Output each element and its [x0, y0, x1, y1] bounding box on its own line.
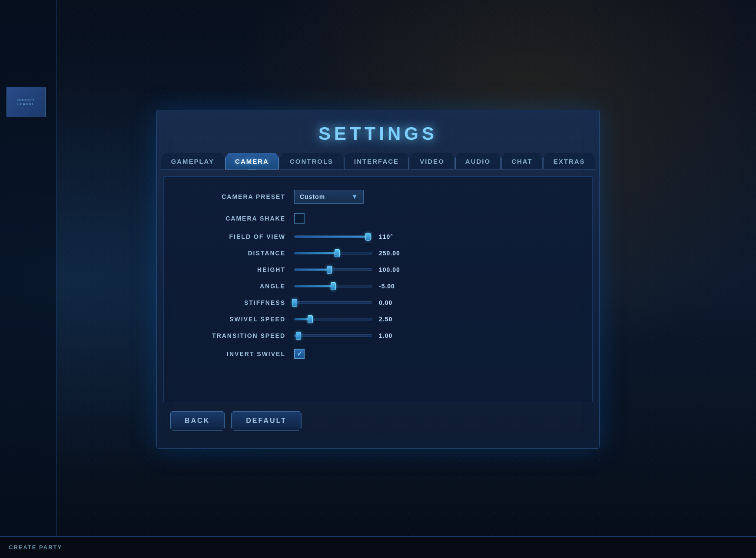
- camera-preset-label: CAMERA PRESET: [190, 193, 285, 200]
- height-row: HEIGHT 100.00: [190, 266, 566, 273]
- camera-shake-checkbox[interactable]: [294, 213, 305, 224]
- fov-slider-wrapper: 110°: [294, 233, 405, 240]
- distance-label: DISTANCE: [190, 250, 285, 257]
- distance-slider-wrapper: 250.00: [294, 250, 405, 257]
- angle-label: ANGLE: [190, 283, 285, 290]
- camera-preset-row: CAMERA PRESET Custom ▼: [190, 190, 566, 204]
- tab-camera[interactable]: CAMERA: [225, 153, 279, 170]
- angle-slider[interactable]: [294, 285, 372, 287]
- fov-value: 110°: [379, 233, 405, 240]
- height-slider[interactable]: [294, 268, 372, 271]
- height-slider-fill: [295, 269, 329, 271]
- fov-slider-thumb[interactable]: [365, 233, 371, 241]
- transition-speed-control: 1.00: [294, 332, 566, 339]
- angle-control: -5.00: [294, 283, 566, 290]
- camera-preset-value: Custom: [300, 193, 347, 200]
- angle-row: ANGLE -5.00: [190, 283, 566, 290]
- distance-slider[interactable]: [294, 252, 372, 254]
- transition-speed-row: TRANSITION SPEED 1.00: [190, 332, 566, 339]
- tab-chat[interactable]: CHAT: [501, 153, 543, 170]
- back-button[interactable]: BACK: [170, 411, 225, 431]
- transition-speed-slider-wrapper: 1.00: [294, 332, 405, 339]
- stiffness-label: STIFFNESS: [190, 299, 285, 306]
- angle-value: -5.00: [379, 283, 405, 290]
- tab-video[interactable]: VIDEO: [410, 153, 454, 170]
- swivel-speed-slider-thumb[interactable]: [308, 315, 313, 323]
- camera-shake-label: CAMERA SHAKE: [190, 215, 285, 222]
- swivel-speed-slider[interactable]: [294, 318, 372, 320]
- invert-swivel-control: [294, 349, 566, 359]
- bottom-buttons: BACK DEFAULT: [157, 411, 599, 431]
- fov-slider-fill: [295, 236, 368, 238]
- left-panel: ROCKETLEAGUE: [0, 0, 56, 536]
- distance-slider-fill: [295, 252, 337, 254]
- content-area: CAMERA PRESET Custom ▼ CAMERA SHAKE FIEL…: [163, 176, 593, 402]
- tab-audio[interactable]: AUDIO: [455, 153, 501, 170]
- fov-slider[interactable]: [294, 235, 372, 238]
- swivel-speed-control: 2.50: [294, 316, 566, 323]
- tab-extras[interactable]: EXTRAS: [544, 153, 595, 170]
- settings-panel: SETTINGS GAMEPLAY CAMERA CONTROLS INTERF…: [156, 110, 600, 449]
- transition-speed-label: TRANSITION SPEED: [190, 332, 285, 339]
- swivel-speed-label: SWIVEL SPEED: [190, 316, 285, 323]
- create-party-button[interactable]: CREATE PARTY: [9, 544, 62, 551]
- camera-preset-dropdown[interactable]: Custom ▼: [294, 190, 364, 204]
- stiffness-row: STIFFNESS 0.00: [190, 299, 566, 306]
- tab-gameplay[interactable]: GAMEPLAY: [161, 153, 224, 170]
- transition-speed-slider[interactable]: [294, 334, 372, 337]
- fov-control: 110°: [294, 233, 566, 240]
- camera-preset-control: Custom ▼: [294, 190, 566, 204]
- invert-swivel-row: INVERT SWIVEL: [190, 349, 566, 359]
- height-slider-thumb[interactable]: [327, 266, 332, 274]
- default-button[interactable]: DEFAULT: [231, 411, 302, 431]
- settings-title: SETTINGS: [157, 110, 599, 153]
- angle-slider-wrapper: -5.00: [294, 283, 405, 290]
- height-control: 100.00: [294, 266, 566, 273]
- height-value: 100.00: [379, 266, 405, 273]
- swivel-speed-row: SWIVEL SPEED 2.50: [190, 316, 566, 323]
- camera-shake-row: CAMERA SHAKE: [190, 213, 566, 224]
- distance-control: 250.00: [294, 250, 566, 257]
- transition-speed-value: 1.00: [379, 332, 405, 339]
- camera-shake-control: [294, 213, 566, 224]
- settings-modal: SETTINGS GAMEPLAY CAMERA CONTROLS INTERF…: [156, 110, 600, 449]
- invert-swivel-checkbox[interactable]: [294, 349, 305, 359]
- game-logo: ROCKETLEAGUE: [7, 87, 46, 117]
- stiffness-slider-wrapper: 0.00: [294, 299, 405, 306]
- fov-row: FIELD OF VIEW 110°: [190, 233, 566, 240]
- swivel-speed-slider-wrapper: 2.50: [294, 316, 405, 323]
- dropdown-arrow-icon: ▼: [351, 193, 358, 201]
- invert-swivel-label: INVERT SWIVEL: [190, 350, 285, 357]
- fov-label: FIELD OF VIEW: [190, 233, 285, 240]
- distance-row: DISTANCE 250.00: [190, 250, 566, 257]
- angle-slider-thumb[interactable]: [331, 282, 336, 290]
- distance-value: 250.00: [379, 250, 405, 257]
- angle-slider-fill: [295, 285, 333, 287]
- swivel-speed-value: 2.50: [379, 316, 405, 323]
- tabs-container: GAMEPLAY CAMERA CONTROLS INTERFACE VIDEO…: [157, 153, 599, 170]
- stiffness-slider[interactable]: [294, 301, 372, 304]
- tab-controls[interactable]: CONTROLS: [280, 153, 343, 170]
- stiffness-slider-thumb[interactable]: [292, 299, 297, 307]
- transition-speed-slider-thumb[interactable]: [296, 332, 301, 340]
- height-slider-wrapper: 100.00: [294, 266, 405, 273]
- distance-slider-thumb[interactable]: [335, 249, 340, 257]
- stiffness-value: 0.00: [379, 299, 405, 306]
- tab-interface[interactable]: INTERFACE: [344, 153, 409, 170]
- height-label: HEIGHT: [190, 266, 285, 273]
- bottom-bar: CREATE PARTY: [0, 536, 756, 558]
- stiffness-control: 0.00: [294, 299, 566, 306]
